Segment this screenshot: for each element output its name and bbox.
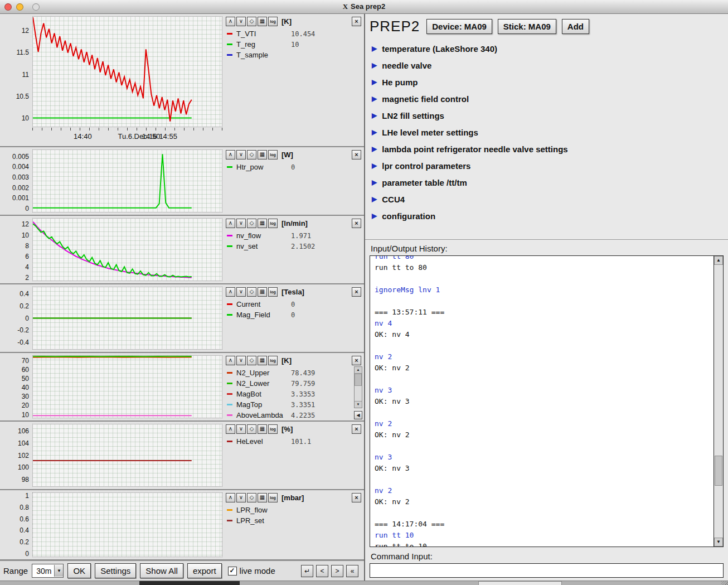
autoscale-button[interactable]: ◇ [247,424,256,434]
chart-close-button[interactable]: × [352,287,361,297]
y-tick-label: 0.2 [20,538,29,546]
log-scale-button[interactable]: log [268,424,278,434]
grid-button[interactable]: ▦ [258,150,267,159]
tree-item-ln2-fill-settings[interactable]: ▶LN2 fill settings [370,107,722,124]
command-input[interactable] [370,563,724,578]
chart-close-button[interactable]: × [352,17,361,26]
scroll-up-arrow[interactable]: ▲ [714,256,723,265]
terminal-scrollbar[interactable]: ▲ ▼ [714,256,723,547]
scale-down-button[interactable]: ∨ [236,17,246,26]
autoscale-button[interactable]: ◇ [247,17,256,26]
scale-down-button[interactable]: ∨ [236,219,246,228]
grid-button[interactable]: ▦ [258,493,267,502]
grid-button[interactable]: ▦ [258,17,267,26]
scale-down-button[interactable]: ∨ [236,424,246,434]
grid-button[interactable]: ▦ [258,287,267,297]
scale-up-button[interactable]: ∧ [226,356,235,365]
autoscale-button[interactable]: ◇ [247,219,256,228]
legend-scroll-left-button[interactable]: ◀ [354,411,362,419]
chart-plot-area[interactable] [32,16,222,127]
chart-plot-area[interactable] [32,355,222,418]
tree-item-ccu4[interactable]: ▶CCU4 [370,191,722,207]
autoscale-button[interactable]: ◇ [247,287,256,297]
live-mode-checkbox[interactable]: ✓ [228,567,237,576]
scroll-down-arrow[interactable]: ▼ [355,401,362,408]
scroll-track[interactable] [714,265,723,538]
scroll-down-arrow[interactable]: ▼ [714,538,723,547]
log-scale-button[interactable]: log [268,219,278,228]
settings-button[interactable]: Settings [95,563,136,578]
terminal-line [375,507,709,519]
page-back-button[interactable]: « [346,565,358,577]
y-tick-label: 10 [22,411,29,419]
autoscale-button[interactable]: ◇ [247,356,256,365]
step-back-button[interactable]: < [316,565,328,577]
chart-panel-3: 12108642∧∨◇▦log[ln/min]×nv_flow1.971nv_s… [0,216,364,284]
show-all-button[interactable]: Show All [140,563,183,578]
resize-grip[interactable] [721,581,728,585]
log-scale-button[interactable]: log [268,356,278,365]
chart-unit-label: [K] [282,356,292,365]
tree-item-lambda-point-refrigerator-needle-valve-settings[interactable]: ▶lambda point refrigerator needle valve … [370,141,722,157]
tree-item-lpr-control-parameters[interactable]: ▶lpr control parameters [370,157,722,174]
scroll-up-arrow[interactable]: ▲ [355,367,362,374]
scale-up-button[interactable]: ∧ [226,424,235,434]
chart-close-button[interactable]: × [352,493,361,502]
chart-close-button[interactable]: × [352,150,361,159]
x-tick-label: 14:40 [74,132,92,141]
autoscale-button[interactable]: ◇ [247,150,256,159]
scale-up-button[interactable]: ∧ [226,219,235,228]
legend-scrollbar[interactable]: ▲▼ [354,366,362,408]
log-scale-button[interactable]: log [268,493,278,502]
log-scale-button[interactable]: log [268,287,278,297]
chart-plot-area[interactable] [32,287,222,350]
step-forward-button[interactable]: > [331,565,343,577]
refresh-button[interactable]: ↵ [301,565,313,577]
chart-close-button[interactable]: × [352,356,361,365]
scale-down-button[interactable]: ∨ [236,493,246,502]
scale-up-button[interactable]: ∧ [226,17,235,26]
scale-down-button[interactable]: ∨ [236,356,246,365]
scale-down-button[interactable]: ∨ [236,150,246,159]
add-button[interactable]: Add [562,19,589,34]
stick-button[interactable]: Stick: MA09 [498,19,556,34]
scroll-thumb[interactable] [715,456,722,486]
scale-up-button[interactable]: ∧ [226,287,235,297]
export-button[interactable]: export [187,563,222,578]
chart-plot-area[interactable] [32,218,222,281]
y-tick-label: 8 [25,242,29,250]
grid-button[interactable]: ▦ [258,424,267,434]
y-tick-label: 0.4 [20,290,29,298]
chart-plot-area[interactable] [32,424,222,487]
ok-button[interactable]: OK [67,563,91,578]
tree-item-parameter-table-tt-tm[interactable]: ▶parameter table /tt/tm [370,174,722,191]
autoscale-button[interactable]: ◇ [247,493,256,502]
scale-up-button[interactable]: ∧ [226,150,235,159]
scale-down-button[interactable]: ∨ [236,287,246,297]
tree-item-configuration[interactable]: ▶configuration [370,207,722,224]
scale-up-button[interactable]: ∧ [226,493,235,502]
chart-close-button[interactable]: × [352,424,361,434]
grid-button[interactable]: ▦ [258,356,267,365]
chart-plot-area[interactable] [32,149,222,212]
device-button[interactable]: Device: MA09 [426,19,492,34]
tree-item-magnetic-field-control[interactable]: ▶magnetic field control [370,90,722,107]
terminal-text[interactable]: run tt 80run tt to 80 ignoreMsg lnv 1 ==… [370,256,714,547]
scroll-thumb[interactable] [355,374,362,386]
grid-button[interactable]: ▦ [258,219,267,228]
tree-item-needle-valve[interactable]: ▶needle valve [370,57,722,74]
scroll-track[interactable] [355,374,362,401]
io-history-terminal[interactable]: run tt 80run tt to 80 ignoreMsg lnv 1 ==… [370,255,724,547]
history-nav-buttons: ↵<>« [301,565,361,577]
chart-close-button[interactable]: × [352,219,361,228]
tree-item-he-pump[interactable]: ▶He pump [370,74,722,90]
tree-item-temperature-lakeshore-340[interactable]: ▶temperature (LakeShore 340) [370,40,722,57]
live-mode-toggle[interactable]: ✓ live mode [228,566,275,576]
tree-item-lhe-level-meter-settings[interactable]: ▶LHe level meter settings [370,124,722,141]
chart-plot-area[interactable] [32,492,222,557]
range-dropdown[interactable]: 30m ▼ [32,564,64,578]
log-scale-button[interactable]: log [268,17,278,26]
legend-name: MagBot [236,390,291,398]
log-scale-button[interactable]: log [268,150,278,159]
tree-item-label: lpr control parameters [382,161,470,171]
